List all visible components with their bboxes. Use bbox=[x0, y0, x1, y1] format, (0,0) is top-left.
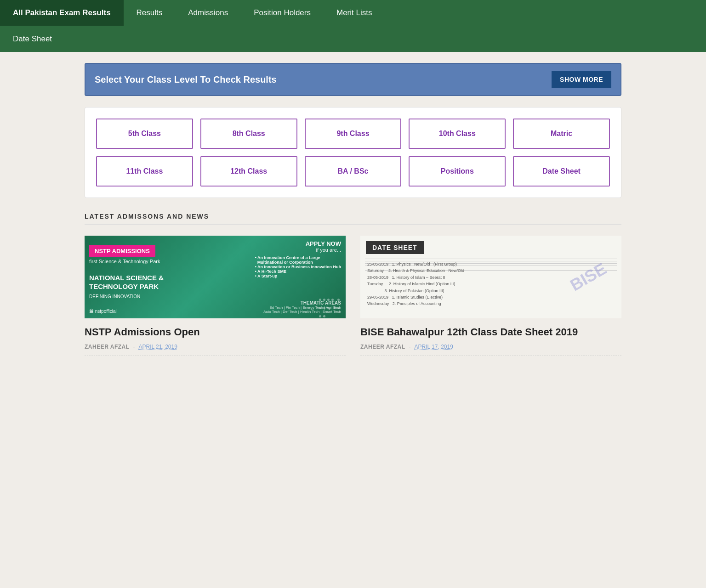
bise-article-title[interactable]: BISE Bahawalpur 12th Class Date Sheet 20… bbox=[360, 326, 621, 339]
class-btn-positions[interactable]: Positions bbox=[409, 156, 506, 187]
class-btn-9th[interactable]: 9th Class bbox=[305, 119, 402, 149]
class-selector-title: Select Your Class Level To Check Results bbox=[95, 74, 277, 85]
news-grid: NSTP ADMISSIONS first Science & Technolo… bbox=[85, 236, 621, 356]
datesheet-table-bg: DATE SHEET 25-05-2019 1. Physics New/Old… bbox=[360, 236, 621, 318]
latest-news-section: LATEST ADMISSONS AND NEWS NSTP ADMISSION… bbox=[85, 213, 621, 356]
datesheet-badge: DATE SHEET bbox=[366, 241, 424, 254]
nstp-article-title[interactable]: NSTP Admissions Open bbox=[85, 326, 346, 339]
nav-item-date-sheet[interactable]: Date Sheet bbox=[0, 26, 65, 52]
class-btn-date-sheet[interactable]: Date Sheet bbox=[513, 156, 610, 187]
class-grid-container: 5th Class 8th Class 9th Class 10th Class… bbox=[85, 107, 621, 198]
main-nav: All Pakistan Exam Results Results Admiss… bbox=[0, 0, 706, 52]
nstp-image[interactable]: NSTP ADMISSIONS first Science & Technolo… bbox=[85, 236, 346, 318]
nstp-main-text: NATIONAL SCIENCE &TECHNOLOGY PARKDEFININ… bbox=[89, 273, 164, 300]
nav-item-merit-lists[interactable]: Merit Lists bbox=[324, 0, 385, 26]
class-selector-banner: Select Your Class Level To Check Results… bbox=[85, 63, 621, 96]
show-more-button[interactable]: SHOW MORE bbox=[552, 71, 611, 88]
datesheet-text-content: 25-05-2019 1. Physics New/Old (First Gro… bbox=[367, 261, 464, 307]
bise-article-meta: ZAHEER AFZAL - APRIL 17, 2019 bbox=[360, 344, 621, 350]
class-btn-12th[interactable]: 12th Class bbox=[200, 156, 297, 187]
nstp-apply-text: APPLY NOW if you are... • An Innovation … bbox=[255, 240, 341, 278]
class-btn-matric[interactable]: Matric bbox=[513, 119, 610, 149]
bise-meta-separator: - bbox=[409, 344, 411, 350]
bise-image[interactable]: DATE SHEET 25-05-2019 1. Physics New/Old… bbox=[360, 236, 621, 318]
bise-date[interactable]: APRIL 17, 2019 bbox=[415, 344, 453, 350]
class-grid: 5th Class 8th Class 9th Class 10th Class… bbox=[96, 119, 610, 187]
nav-item-admissions[interactable]: Admissions bbox=[175, 0, 241, 26]
news-card-nstp: NSTP ADMISSIONS first Science & Technolo… bbox=[85, 236, 346, 356]
class-btn-ba-bsc[interactable]: BA / BSc bbox=[305, 156, 402, 187]
nstp-thematic-areas: THEMATIC AREAS Ed Tech | Fin Tech | Ener… bbox=[263, 300, 341, 314]
nstp-logo-text: 🏛 nstpofficial bbox=[89, 309, 117, 314]
class-btn-10th[interactable]: 10th Class bbox=[409, 119, 506, 149]
nstp-admissions-label: NSTP ADMISSIONS bbox=[89, 245, 155, 257]
nstp-sublabel: first Science & Technology Park bbox=[89, 259, 160, 264]
nstp-tagline: DEFINING INNOVATION bbox=[89, 294, 140, 299]
nstp-author: ZAHEER AFZAL bbox=[85, 344, 130, 350]
nav-item-results[interactable]: Results bbox=[124, 0, 176, 26]
class-btn-11th[interactable]: 11th Class bbox=[96, 156, 193, 187]
news-card-bise: DATE SHEET 25-05-2019 1. Physics New/Old… bbox=[360, 236, 621, 356]
nav-item-brand[interactable]: All Pakistan Exam Results bbox=[0, 0, 124, 26]
class-btn-5th[interactable]: 5th Class bbox=[96, 119, 193, 149]
main-content: Select Your Class Level To Check Results… bbox=[77, 52, 629, 367]
bise-author: ZAHEER AFZAL bbox=[360, 344, 405, 350]
nstp-divider bbox=[85, 356, 346, 356]
bise-divider bbox=[360, 356, 621, 356]
class-btn-8th[interactable]: 8th Class bbox=[200, 119, 297, 149]
nstp-meta-separator: - bbox=[133, 344, 135, 350]
nav-item-position-holders[interactable]: Position Holders bbox=[241, 0, 324, 26]
nstp-article-meta: ZAHEER AFZAL - APRIL 21, 2019 bbox=[85, 344, 346, 350]
section-title: LATEST ADMISSONS AND NEWS bbox=[85, 213, 621, 225]
nstp-date[interactable]: APRIL 21, 2019 bbox=[139, 344, 177, 350]
